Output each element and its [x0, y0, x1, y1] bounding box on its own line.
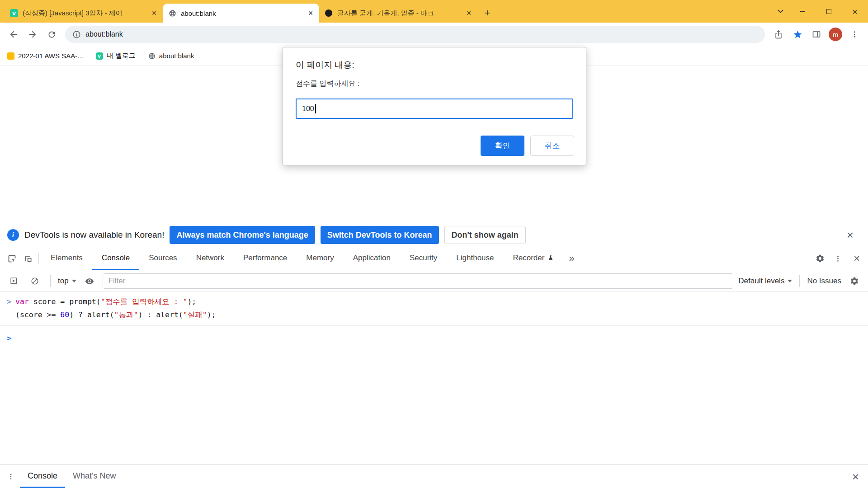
js-prompt-dialog: 이 페이지 내용: 점수를 입력하세요 : 100 확인 취소 [283, 47, 586, 165]
url-text: about:blank [85, 30, 123, 38]
device-toolbar-button[interactable] [20, 250, 36, 267]
text-caret [315, 104, 316, 113]
velog-icon: v [10, 9, 18, 17]
new-tab-button[interactable]: + [480, 6, 495, 20]
console-log-area[interactable]: > var score = prompt("점수를 입력하세요 : "); (s… [0, 292, 868, 465]
console-code-line: (score >= 60) ? alert("통과") : alert("실패"… [15, 308, 216, 321]
navigation-bar: about:blank m [0, 23, 868, 46]
devtools-close-icon[interactable]: × [848, 253, 865, 264]
devtools-settings-button[interactable] [812, 250, 828, 267]
globe-icon [148, 52, 156, 60]
close-icon: × [852, 7, 858, 16]
info-icon: i [7, 229, 19, 241]
bookmark-velog[interactable]: v 내 벨로그 [96, 52, 136, 60]
prompt-input[interactable]: 100 [296, 99, 573, 119]
console-toolbar: top Default levels No Issues [0, 270, 868, 292]
log-levels-selector[interactable]: Default levels [738, 277, 792, 286]
chevron-down-icon [778, 7, 783, 13]
dialog-buttons: 확인 취소 [481, 136, 574, 156]
tab-elements[interactable]: Elements [41, 247, 92, 270]
separator [50, 275, 51, 287]
share-button[interactable] [769, 25, 788, 43]
devtools-drawer-bar: Console What's New × [0, 465, 868, 488]
browser-tab-about-blank[interactable]: about:blank × [163, 4, 319, 23]
devtools-language-notification: i DevTools is now available in Korean! A… [0, 223, 868, 247]
globe-icon [168, 9, 176, 17]
console-code-line: var score = prompt("점수를 입력하세요 : "); [15, 295, 216, 308]
tab-security[interactable]: Security [400, 247, 447, 270]
dark-circle-icon [325, 9, 333, 17]
dont-show-again-button[interactable]: Don't show again [444, 226, 526, 244]
switch-to-korean-button[interactable]: Switch DevTools to Korean [321, 226, 439, 244]
more-tabs-button[interactable]: » [563, 253, 580, 264]
context-selector[interactable]: top [58, 277, 76, 286]
clear-console-button[interactable] [27, 273, 43, 289]
forward-button[interactable] [24, 25, 42, 43]
console-sidebar-button[interactable] [5, 273, 22, 289]
velog-icon: v [96, 52, 103, 60]
tab-strip: v (작성중) [Javascript] 3일차 - 제어 × about:bl… [0, 0, 868, 23]
chevron-down-icon [72, 280, 76, 282]
bookmark-label: 내 벨로그 [107, 52, 136, 60]
tab-search-button[interactable] [771, 0, 789, 23]
bookmark-aws[interactable]: 2022-01 AWS SAA-... [7, 52, 83, 60]
back-button[interactable] [5, 25, 23, 43]
tab-sources[interactable]: Sources [139, 247, 186, 270]
drawer-tab-console[interactable]: Console [20, 465, 65, 488]
tab-title: about:blank [181, 9, 301, 17]
bookmark-star-button[interactable] [788, 25, 807, 43]
tab-console[interactable]: Console [92, 247, 139, 270]
tab-close-icon[interactable]: × [306, 8, 316, 18]
tab-application[interactable]: Application [344, 247, 400, 270]
console-command-code: var score = prompt("점수를 입력하세요 : "); (sco… [15, 295, 216, 321]
tab-close-icon[interactable]: × [149, 8, 159, 18]
profile-avatar[interactable]: m [829, 28, 842, 41]
eye-live-expression-button[interactable] [81, 273, 98, 289]
devtools-tab-bar: Elements Console Sources Network Perform… [0, 247, 868, 270]
cancel-button[interactable]: 취소 [530, 136, 574, 156]
separator [38, 253, 39, 264]
command-chevron-icon: > [0, 295, 15, 321]
ok-button[interactable]: 확인 [481, 136, 524, 156]
tab-memory[interactable]: Memory [297, 247, 343, 270]
experiment-flask-icon [547, 255, 554, 261]
tab-title: 글자를 굵게, 기울게, 밑줄 - 마크 [337, 9, 459, 18]
tab-network[interactable]: Network [187, 247, 234, 270]
separator [799, 275, 800, 287]
console-command-entry: > var score = prompt("점수를 입력하세요 : "); (s… [0, 292, 868, 326]
side-panel-button[interactable] [807, 25, 826, 43]
tab-close-icon[interactable]: × [464, 8, 474, 18]
browser-menu-button[interactable] [845, 25, 863, 43]
address-bar[interactable]: about:blank [65, 26, 765, 43]
maximize-icon [826, 9, 831, 14]
info-icon[interactable] [72, 30, 81, 39]
console-prompt[interactable]: > [0, 328, 868, 349]
tab-performance[interactable]: Performance [234, 247, 297, 270]
devtools-menu-button[interactable] [830, 250, 846, 267]
browser-tab-velog-post[interactable]: v (작성중) [Javascript] 3일차 - 제어 × [5, 4, 163, 23]
inspect-element-button[interactable] [4, 250, 20, 267]
drawer-close-icon[interactable]: × [845, 471, 866, 483]
devtools-panel: i DevTools is now available in Korean! A… [0, 223, 868, 488]
tab-recorder[interactable]: Recorder [504, 247, 564, 270]
console-settings-button[interactable] [846, 273, 863, 289]
dialog-message: 점수를 입력하세요 : [296, 79, 573, 89]
chevron-down-icon [788, 280, 792, 282]
tab-lighthouse[interactable]: Lighthouse [447, 247, 503, 270]
reload-button[interactable] [42, 25, 61, 43]
window-maximize-button[interactable] [816, 0, 842, 23]
bookmark-label: about:blank [159, 52, 194, 60]
notification-close-icon[interactable]: × [840, 229, 861, 241]
window-minimize-button[interactable] [789, 0, 816, 23]
notification-text: DevTools is now available in Korean! [24, 230, 164, 240]
console-filter-input[interactable] [103, 273, 734, 289]
match-language-button[interactable]: Always match Chrome's language [170, 226, 315, 244]
drawer-menu-button[interactable] [2, 473, 20, 480]
bookmark-about-blank[interactable]: about:blank [148, 52, 194, 60]
prompt-chevron-icon: > [0, 332, 15, 345]
prompt-input-value: 100 [302, 105, 314, 113]
drawer-tab-whats-new[interactable]: What's New [65, 465, 123, 488]
issues-counter[interactable]: No Issues [807, 277, 841, 286]
window-close-button[interactable]: × [842, 0, 868, 23]
browser-tab-markdown-doc[interactable]: 글자를 굵게, 기울게, 밑줄 - 마크 × [319, 4, 477, 23]
